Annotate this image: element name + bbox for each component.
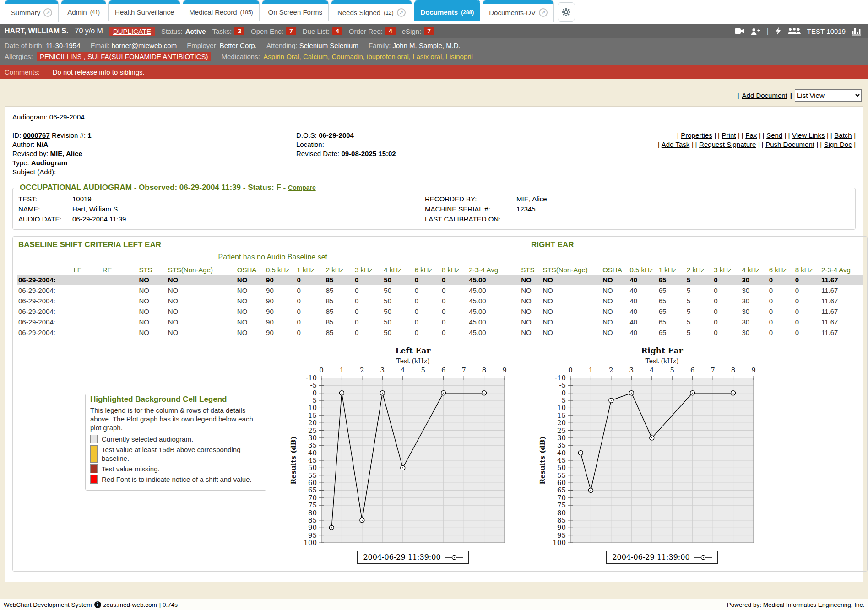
video-camera-icon[interactable] <box>734 27 744 35</box>
tab-admin[interactable]: Admin (41) <box>61 0 106 21</box>
properties-link[interactable]: Properties <box>681 131 712 139</box>
patient-id: TEST-10019 <box>807 27 846 35</box>
tab-label: Summary <box>11 9 40 16</box>
open-enc-count-badge[interactable]: 7 <box>286 27 296 35</box>
subject-add-link[interactable]: Add <box>39 168 52 176</box>
above-baseline-swatch <box>90 445 98 463</box>
duplicate-flag[interactable]: DUPLICATE <box>109 27 155 36</box>
document-actions-row-2: [ Add Task ] [ Request Signature ] [ Pus… <box>553 140 856 149</box>
audiogram-table-row[interactable]: 06-29-2004:NONONO900850500045.00NONONO40… <box>17 285 863 296</box>
svg-text:55: 55 <box>308 471 317 480</box>
send-link[interactable]: Send <box>766 131 782 139</box>
svg-text:9: 9 <box>751 366 756 374</box>
sign-doc-link[interactable]: Sign Doc <box>824 140 852 148</box>
column-header: 0.5 kHz <box>265 265 296 275</box>
batch-link[interactable]: Batch <box>834 131 852 139</box>
add-user-icon[interactable] <box>750 27 761 36</box>
column-header: 0.5 kHz <box>629 265 657 275</box>
svg-text:50: 50 <box>557 464 566 472</box>
external-link-icon[interactable]: ↗ <box>397 8 406 17</box>
tasks-count-badge[interactable]: 3 <box>234 27 244 35</box>
view-select[interactable]: List View <box>795 89 862 102</box>
patient-group-icon[interactable] <box>787 27 801 35</box>
last-calibrated-value <box>516 215 851 223</box>
right-ear-chart: Right EarTest (kHz)0123456789-10-5051015… <box>537 344 765 546</box>
tab-documents-dv[interactable]: Documents-DV ↗ <box>483 0 554 22</box>
svg-text:10: 10 <box>308 404 317 412</box>
revised-date-value: 09-08-2025 15:02 <box>341 150 396 157</box>
right-ear-chart-legend: 2004-06-29 11:39:00 <box>606 551 718 564</box>
svg-text:95: 95 <box>308 531 317 540</box>
tab-count: (41) <box>90 9 100 16</box>
dos-value: 06-29-2004 <box>319 131 354 139</box>
fax-link[interactable]: Fax <box>745 131 757 139</box>
svg-text:90: 90 <box>308 524 317 532</box>
comments-bar: Comments: Do not release info to sibling… <box>0 65 868 79</box>
info-icon[interactable]: i <box>94 601 101 608</box>
lightning-icon[interactable] <box>775 27 781 36</box>
svg-text:30: 30 <box>308 434 317 442</box>
column-header: 8 kHz <box>441 265 468 275</box>
svg-text:75: 75 <box>557 501 566 509</box>
svg-text:5: 5 <box>312 396 317 405</box>
svg-text:35: 35 <box>557 441 566 449</box>
dob-value: 11-30-1954 <box>46 42 81 49</box>
svg-text:1: 1 <box>340 366 344 374</box>
order-req-count-badge[interactable]: 4 <box>385 27 396 35</box>
svg-text:70: 70 <box>557 494 566 502</box>
patient-details: Date of birth:11-30-1954 Email:horner@mi… <box>0 38 868 65</box>
svg-text:25: 25 <box>308 426 317 435</box>
add-document-link[interactable]: Add Document <box>742 92 787 99</box>
highlighted-cell-legend: Highlighted Background Cell Legend This … <box>85 394 266 491</box>
stat-esign: eSign: 7 <box>402 27 434 35</box>
due-list-count-badge[interactable]: 4 <box>332 27 342 35</box>
push-document-link[interactable]: Push Document <box>765 140 814 148</box>
revised-by-link[interactable]: MIE, Alice <box>50 150 82 157</box>
svg-text:65: 65 <box>308 486 317 494</box>
tab-medical-record[interactable]: Medical Record (185) <box>183 0 259 21</box>
occupational-audiogram-section: OCCUPATIONAL AUDIOGRAM - Observed: 06-29… <box>12 183 856 230</box>
svg-text:10: 10 <box>557 404 566 412</box>
esign-count-badge[interactable]: 7 <box>424 27 434 35</box>
right-ear-chart-block: Right EarTest (kHz)0123456789-10-5051015… <box>537 344 765 564</box>
settings-gear-button[interactable] <box>558 2 575 22</box>
svg-text:Results (dB): Results (dB) <box>538 436 547 484</box>
svg-text:8: 8 <box>482 366 487 374</box>
svg-text:Results (dB): Results (dB) <box>289 436 298 484</box>
svg-text:5: 5 <box>421 366 425 374</box>
compare-link[interactable]: Compare <box>288 184 316 191</box>
svg-text:90: 90 <box>557 524 566 532</box>
svg-text:Right Ear: Right Ear <box>641 346 684 355</box>
chart-icon[interactable] <box>852 27 862 36</box>
tab-summary[interactable]: Summary ↗ <box>5 0 59 22</box>
add-task-link[interactable]: Add Task <box>662 140 689 148</box>
audiogram-table-row[interactable]: 06-29-2004:NONONO900850500045.00NONONO40… <box>17 317 863 327</box>
column-header: 3 kHz <box>713 265 741 275</box>
series-marker-icon <box>694 554 712 561</box>
audiogram-table-row[interactable]: 06-29-2004:NONONO900850500045.00NONONO40… <box>17 327 863 338</box>
tab-documents[interactable]: Documents (288) <box>414 0 481 21</box>
audiogram-table-row[interactable]: 06-29-2004:NONONO900850500045.00NONONO40… <box>17 275 863 285</box>
left-ear-chart-legend: 2004-06-29 11:39:00 <box>357 551 469 564</box>
request-signature-link[interactable]: Request Signature <box>699 140 756 148</box>
tab-count: (185) <box>240 9 253 16</box>
document-id-link[interactable]: 0000767 <box>23 131 49 139</box>
tab-health-surveillance[interactable]: Health Surveillance <box>108 0 180 21</box>
svg-text:80: 80 <box>557 509 566 517</box>
external-link-icon[interactable]: ↗ <box>539 8 548 17</box>
column-header: 6 kHz <box>768 265 794 275</box>
baseline-shift-section: BASELINE SHIFT CRITERIA LEFT EAR RIGHT E… <box>12 236 868 572</box>
tab-needs-signed[interactable]: Needs Signed (12) ↗ <box>331 0 412 22</box>
external-link-icon[interactable]: ↗ <box>43 8 52 17</box>
tab-on-screen-forms[interactable]: On Screen Forms <box>262 0 329 21</box>
print-link[interactable]: Print <box>722 131 736 139</box>
audiogram-table-row[interactable]: 06-29-2004:NONONO900850500045.00NONONO40… <box>17 306 863 317</box>
gear-icon <box>561 7 571 17</box>
baseline-right-ear-title: RIGHT EAR <box>531 240 574 249</box>
allergies-value[interactable]: PENICILLINS , SULFA(SULFONAMIDE ANTIBIOT… <box>37 52 212 61</box>
svg-text:40: 40 <box>557 449 566 457</box>
svg-text:0: 0 <box>319 366 324 374</box>
view-links-link[interactable]: View Links <box>792 131 825 139</box>
tab-bar: Summary ↗ Admin (41) Health Surveillance… <box>0 0 868 24</box>
audiogram-table-row[interactable]: 06-29-2004:NONONO900850500045.00NONONO40… <box>17 296 863 306</box>
